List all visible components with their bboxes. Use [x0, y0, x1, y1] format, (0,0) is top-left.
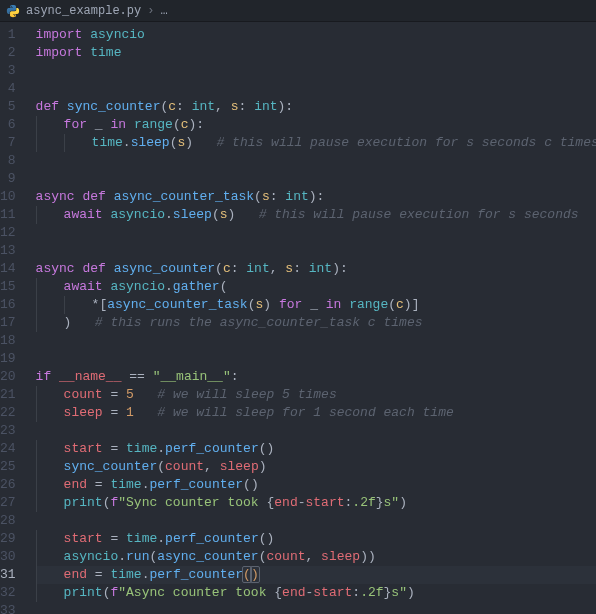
code-line[interactable]: for _ in range(c): [36, 116, 596, 134]
token-re: __name__ [59, 369, 121, 384]
token-op: ( [259, 441, 267, 456]
token-kw: async [36, 189, 75, 204]
code-line[interactable]: sleep = 1 # we will sleep for 1 second e… [36, 404, 596, 422]
token-st: s" [391, 585, 407, 600]
code-line[interactable]: count = 5 # we will sleep 5 times [36, 386, 596, 404]
token-re: start [64, 531, 103, 546]
line-number: 12 [0, 224, 16, 242]
editor[interactable]: 1234567891011121314151617181920212223242… [0, 22, 596, 614]
line-number: 20 [0, 368, 16, 386]
indent-guide [36, 548, 64, 566]
token-op: == [129, 369, 145, 384]
token-re: end [64, 477, 87, 492]
token-bt: print [64, 495, 103, 510]
token-fn: sync_counter [67, 99, 161, 114]
token-op: ( [259, 531, 267, 546]
line-number: 23 [0, 422, 16, 440]
token-kw: def [82, 189, 105, 204]
line-number: 19 [0, 350, 16, 368]
token-op: : [231, 369, 239, 384]
code-line[interactable]: print(f"Async counter took {end-start:.2… [36, 584, 596, 602]
token-bt: int [309, 261, 332, 276]
token-op: . [123, 135, 131, 150]
breadcrumb[interactable]: async_example.py › … [0, 0, 596, 22]
token-re: start [64, 441, 103, 456]
line-number: 14 [0, 260, 16, 278]
code-line[interactable]: async def async_counter(c: int, s: int): [36, 260, 596, 278]
token-kw: def [36, 99, 59, 114]
code-line[interactable] [36, 80, 596, 98]
token-fn: perf_counter [149, 567, 243, 582]
code-line[interactable]: import time [36, 44, 596, 62]
token-fn: perf_counter [165, 441, 259, 456]
token-op: . [157, 531, 165, 546]
code-line[interactable] [36, 350, 596, 368]
indent-guide [36, 206, 64, 224]
code-line[interactable] [36, 62, 596, 80]
code-area[interactable]: import asyncioimport timedef sync_counte… [26, 22, 596, 614]
token-bt: asyncio [110, 207, 165, 222]
token-pr: c [223, 261, 231, 276]
python-file-icon [6, 4, 20, 18]
token-bt: asyncio [110, 279, 165, 294]
code-line[interactable]: *[async_counter_task(s) for _ in range(c… [36, 296, 596, 314]
token-st: "Sync counter took [118, 495, 266, 510]
token-bt: int [285, 189, 308, 204]
breadcrumb-filename[interactable]: async_example.py [26, 2, 141, 20]
token-op: : [231, 261, 247, 276]
token-wt [134, 405, 157, 420]
token-re: count [266, 549, 305, 564]
line-number: 4 [0, 80, 16, 98]
code-line[interactable]: end = time.perf_counter() [36, 566, 596, 584]
token-cm: # this runs the async_counter_task c tim… [95, 315, 423, 330]
code-line[interactable] [36, 242, 596, 260]
code-line[interactable] [36, 170, 596, 188]
code-line[interactable] [36, 422, 596, 440]
line-number: 3 [0, 62, 16, 80]
code-line[interactable] [36, 602, 596, 614]
code-line[interactable]: await asyncio.sleep(s) # this will pause… [36, 206, 596, 224]
code-line[interactable]: if __name__ == "__main__": [36, 368, 596, 386]
code-line[interactable]: asyncio.run(async_counter(count, sleep)) [36, 548, 596, 566]
breadcrumb-trail[interactable]: … [160, 2, 167, 20]
code-line[interactable]: print(f"Sync counter took {end-start:.2f… [36, 494, 596, 512]
token-re: start [313, 585, 352, 600]
token-wt [134, 387, 157, 402]
code-line[interactable]: end = time.perf_counter() [36, 476, 596, 494]
token-pr: c [168, 99, 176, 114]
token-bt: time [126, 441, 157, 456]
code-line[interactable]: def sync_counter(c: int, s: int): [36, 98, 596, 116]
code-line[interactable] [36, 224, 596, 242]
token-kw: def [82, 261, 105, 276]
code-line[interactable] [36, 152, 596, 170]
token-pr: s [220, 207, 228, 222]
token-wt [87, 117, 95, 132]
code-line[interactable] [36, 332, 596, 350]
code-line[interactable]: ) # this runs the async_counter_task c t… [36, 314, 596, 332]
indent-guide [36, 530, 64, 548]
token-op: : [352, 585, 360, 600]
token-st: s" [384, 495, 400, 510]
indent-guide [36, 296, 64, 314]
token-op: ) [251, 477, 259, 492]
token-op: ( [254, 189, 262, 204]
code-line[interactable]: sync_counter(count, sleep) [36, 458, 596, 476]
code-line[interactable]: await asyncio.gather( [36, 278, 596, 296]
indent-guide [36, 404, 64, 422]
code-line[interactable]: start = time.perf_counter() [36, 440, 596, 458]
token-fn: sync_counter [64, 459, 158, 474]
code-line[interactable]: import asyncio [36, 26, 596, 44]
token-wt [118, 387, 126, 402]
code-line[interactable]: async def async_counter_task(s: int): [36, 188, 596, 206]
token-kw: in [110, 117, 126, 132]
token-kw: await [64, 207, 103, 222]
token-re: end [282, 585, 305, 600]
token-kw: for [279, 297, 302, 312]
line-number: 30 [0, 548, 16, 566]
token-re: end [64, 567, 87, 582]
code-line[interactable]: time.sleep(s) # this will pause executio… [36, 134, 596, 152]
code-line[interactable]: start = time.perf_counter() [36, 530, 596, 548]
indent-guide [36, 386, 64, 404]
code-line[interactable] [36, 512, 596, 530]
token-pr: s [231, 99, 239, 114]
